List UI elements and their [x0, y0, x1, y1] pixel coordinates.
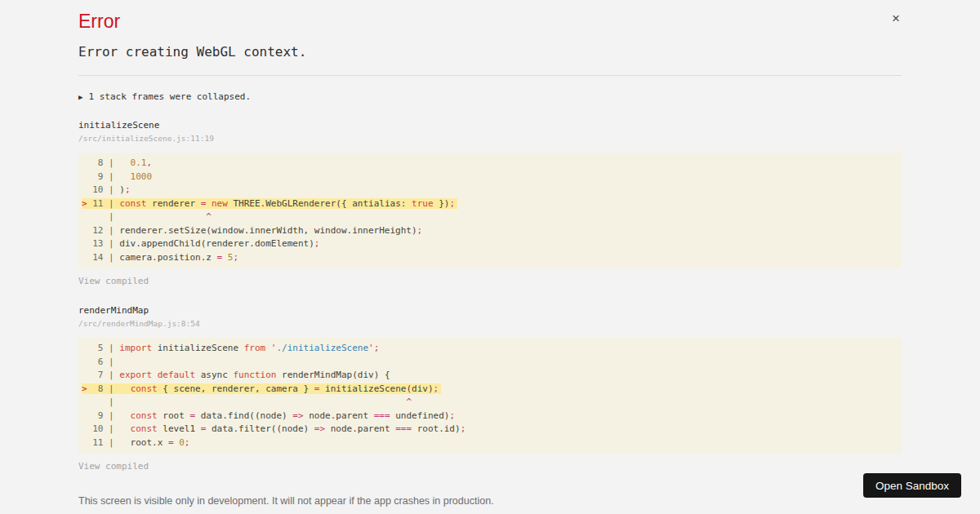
collapsed-frames-label: 1 stack frames were collapsed.	[88, 91, 251, 102]
code-line: 10 | );	[78, 184, 902, 197]
divider	[78, 75, 902, 76]
code-line: 11 | root.x = 0;	[78, 436, 902, 450]
code-line: 14 | camera.position.z = 5;	[78, 251, 902, 265]
stack-frame: renderMindMap/src/renderMindMap.js:8:54 …	[78, 305, 902, 472]
error-title: Error	[78, 0, 902, 32]
highlighted-error-line: > 8 | const { scene, renderer, camera } …	[82, 383, 441, 394]
code-line: 13 | div.appendChild(renderer.domElement…	[78, 237, 902, 251]
frame-file-location: /src/initializeScene.js:11:19	[78, 134, 902, 143]
footer-notes: This screen is visible only in developme…	[78, 494, 902, 514]
frame-file-location: /src/renderMindMap.js:8:54	[78, 319, 902, 328]
close-icon[interactable]: ×	[892, 11, 900, 25]
code-line: 7 | export default async function render…	[78, 369, 902, 383]
code-line: 10 | const level1 = data.filter((node) =…	[78, 423, 902, 436]
code-line: 8 | 0.1,	[78, 157, 902, 171]
code-line: | ^	[78, 210, 902, 224]
frame-function-name: initializeScene	[78, 120, 902, 131]
code-line: 9 | const root = data.find((node) => nod…	[78, 410, 902, 423]
code-line: | ^	[78, 396, 902, 410]
footer-note: Open your browser’s developer console to…	[78, 512, 902, 514]
view-compiled-link[interactable]: View compiled	[78, 276, 149, 286]
code-line: 12 | renderer.setSize(window.innerWidth,…	[78, 224, 902, 238]
code-line: > 8 | const { scene, renderer, camera } …	[78, 383, 902, 397]
stack-frames: initializeScene/src/initializeScene.js:1…	[78, 120, 902, 472]
code-frame: 8 | 0.1, 9 | 1000 10 | );> 11 | const re…	[78, 153, 902, 268]
code-line: 5 | import initializeScene from './initi…	[78, 342, 902, 356]
collapsed-frames-toggle[interactable]: ▶1 stack frames were collapsed.	[78, 91, 902, 102]
expand-arrow-icon: ▶	[78, 93, 82, 101]
error-overlay: × Error Error creating WebGL context. ▶1…	[0, 0, 980, 514]
stack-frame: initializeScene/src/initializeScene.js:1…	[78, 120, 902, 287]
code-frame: 5 | import initializeScene from './initi…	[78, 338, 902, 454]
open-sandbox-button[interactable]: Open Sandbox	[863, 473, 961, 498]
view-compiled-link[interactable]: View compiled	[78, 461, 149, 472]
error-message: Error creating WebGL context.	[78, 44, 902, 60]
code-line: 9 | 1000	[78, 171, 902, 184]
frame-function-name: renderMindMap	[78, 305, 902, 316]
highlighted-error-line: > 11 | const renderer = new THREE.WebGLR…	[82, 198, 457, 209]
code-line: 6 |	[78, 356, 902, 370]
footer-note: This screen is visible only in developme…	[78, 494, 902, 508]
code-line: > 11 | const renderer = new THREE.WebGLR…	[78, 197, 902, 211]
